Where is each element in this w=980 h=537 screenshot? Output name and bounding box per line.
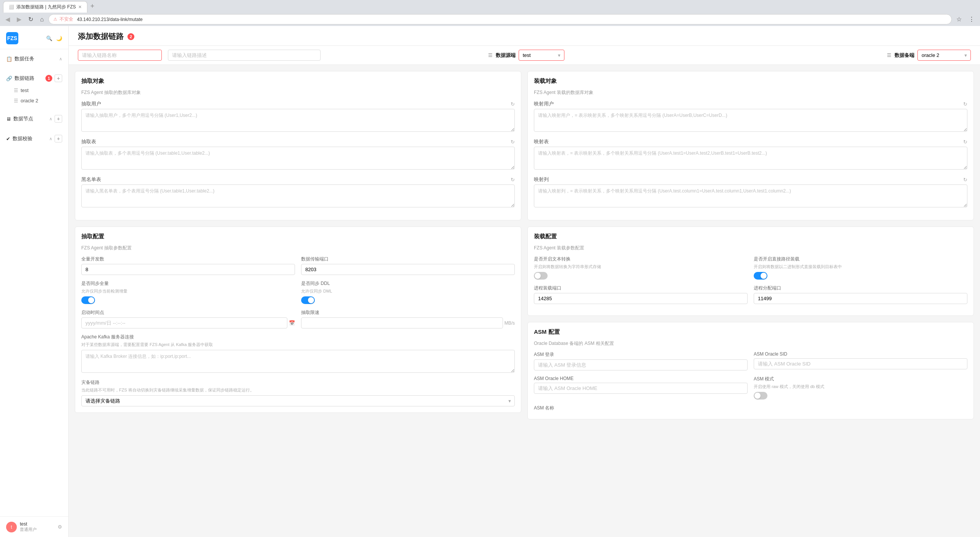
- asm-mode-toggle[interactable]: [754, 392, 767, 400]
- theme-icon[interactable]: 🌙: [56, 36, 62, 41]
- mapping-table-input[interactable]: [534, 147, 967, 170]
- text-convert-field: 是否开启文本转换 开启则将数据转换为字符串形式存储: [534, 256, 748, 280]
- full-sync-toggle[interactable]: [81, 296, 95, 304]
- extract-user-reload-icon[interactable]: ↻: [511, 101, 515, 107]
- mapping-col-input[interactable]: [534, 184, 967, 207]
- load-config-title: 装载配置: [534, 233, 557, 240]
- extract-object-title: 抽取对象: [81, 78, 104, 85]
- extract-table-input[interactable]: [81, 147, 515, 170]
- sidebar-section-data-verify: ✔ 数据校验 ∧ +: [0, 129, 68, 149]
- address-bar[interactable]: ⚠ 不安全 43.140.210.213/data-link/mutate: [48, 14, 952, 24]
- asm-oracle-sid-input[interactable]: [754, 358, 967, 369]
- mapping-user-input[interactable]: [534, 109, 967, 132]
- direct-load-toggle[interactable]: [754, 272, 767, 280]
- extract-table-reload-icon[interactable]: ↻: [511, 139, 515, 145]
- asm-mode-field: ASM 模式 开启使用 raw 模式，关闭使用 db 模式: [754, 376, 967, 400]
- extract-limit-input[interactable]: [301, 317, 503, 328]
- data-link-icon: 🔗: [6, 76, 12, 81]
- data-node-chevron: ∧: [49, 116, 52, 121]
- dest-db-icon: ☰: [887, 52, 891, 58]
- direct-load-field: 是否开启直接路径装载 开启则将数据以二进制形式直接装载到目标表中: [754, 256, 967, 280]
- mapping-user-group: 映射用户 ↻: [534, 100, 967, 133]
- user-role: 普通用户: [20, 527, 37, 532]
- kafka-field: Apache Kafka 服务器连接 对于某些数据库源端，需要配置需要 FZS …: [81, 334, 515, 374]
- full-sync-sub: 允许仅同步当前检测增量: [81, 288, 295, 294]
- data-verify-add-btn[interactable]: +: [55, 135, 62, 142]
- transfer-port-input[interactable]: [301, 264, 515, 275]
- load-object-panel: 装载对象 FZS Agent 装载的数据库对象 映射用户 ↻: [527, 71, 974, 220]
- main-content: 添加数据链路 2 ☰ 数据源端 test ▼ ☰: [69, 26, 980, 537]
- sidebar-item-data-verify[interactable]: ✔ 数据校验 ∧ +: [0, 132, 68, 146]
- data-node-icon: 🖥: [6, 116, 11, 122]
- new-tab-btn[interactable]: +: [87, 0, 98, 13]
- home-btn[interactable]: ⌂: [38, 15, 46, 24]
- blacklist-reload-icon[interactable]: ↻: [511, 177, 515, 183]
- sidebar-sub-oracle2[interactable]: ☰ oracle 2: [0, 95, 68, 106]
- extract-table-group: 抽取表 ↻: [81, 138, 515, 171]
- asm-login-input[interactable]: [534, 359, 748, 370]
- source-db-icon: ☰: [488, 52, 493, 58]
- mapping-table-reload-icon[interactable]: ↻: [963, 139, 967, 145]
- asm-login-field: ASM 登录: [534, 351, 748, 370]
- sidebar-item-data-link[interactable]: 🔗 数据链路 1 +: [0, 71, 68, 85]
- settings-icon[interactable]: ⚙: [58, 524, 62, 530]
- tab-close-icon[interactable]: ✕: [78, 5, 82, 10]
- transfer-port-field: 数据传输端口: [301, 256, 515, 275]
- start-time-field: 启动时间点 📅: [81, 309, 295, 328]
- source-db-select[interactable]: test: [519, 50, 564, 61]
- dest-db-select[interactable]: oracle 2: [917, 50, 971, 61]
- search-icon[interactable]: 🔍: [46, 36, 52, 41]
- transfer-port-label: 数据传输端口: [301, 256, 515, 262]
- active-tab[interactable]: ⬜ 添加数据链路 | 九然同步 FZS ✕: [3, 1, 87, 13]
- full-sync-label: 是否同步全量: [81, 280, 295, 287]
- sidebar-sub-test[interactable]: ☰ test: [0, 85, 68, 95]
- asm-oracle-sid-label: ASM Oracle SID: [754, 351, 967, 357]
- extract-limit-field: 抽取限速 MB/s: [301, 309, 515, 328]
- ddl-sync-toggle[interactable]: [301, 296, 315, 304]
- loader-port-input[interactable]: [534, 293, 748, 304]
- data-link-add-btn[interactable]: +: [55, 74, 62, 82]
- text-convert-toggle[interactable]: [534, 272, 548, 280]
- ddl-sync-sub: 允许仅同步 DML: [301, 288, 515, 294]
- asm-oracle-home-field: ASM Oracle HOME: [534, 376, 748, 400]
- blacklist-input[interactable]: [81, 184, 515, 207]
- back-btn[interactable]: ◀: [3, 15, 12, 24]
- bookmark-btn[interactable]: ☆: [954, 15, 964, 24]
- link-name-input[interactable]: [78, 50, 162, 61]
- mapping-table-group: 映射表 ↻: [534, 138, 967, 171]
- sidebar-section-data-node: 🖥 数据节点 ∧ +: [0, 109, 68, 129]
- direct-load-sub: 开启则将数据以二进制形式直接装载到目标表中: [754, 264, 967, 270]
- forward-btn[interactable]: ▶: [15, 15, 24, 24]
- app-container: FZS 🔍 🌙 📋 数据任务 ∧ 🔗 数据链路: [0, 26, 980, 537]
- sidebar-data-verify-label: 数据校验: [13, 135, 32, 142]
- calendar-icon[interactable]: 📅: [289, 320, 295, 326]
- failover-select[interactable]: 请选择灾备链路: [81, 395, 515, 406]
- menu-btn[interactable]: ⋮: [966, 15, 977, 24]
- sub-test-label: test: [21, 87, 29, 93]
- sidebar-item-data-task[interactable]: 📋 数据任务 ∧: [0, 52, 68, 65]
- extract-config-title: 抽取配置: [81, 233, 104, 240]
- form-top-row: ☰ 数据源端 test ▼ ☰ 数据备端 oracle 2 ▼: [69, 46, 980, 65]
- asm-config-panel: ASM 配置 Oracle Database 备端的 ASM 相关配置 ASM …: [527, 322, 974, 419]
- data-link-badge: 1: [45, 75, 52, 82]
- data-node-add-btn[interactable]: +: [55, 115, 62, 123]
- failover-label: 灾备链路: [81, 379, 515, 386]
- load-config-subtitle: FZS Agent 装载参数配置: [534, 245, 967, 251]
- sidebar-item-data-node[interactable]: 🖥 数据节点 ∧ +: [0, 112, 68, 126]
- full-sync-toggle-knob: [88, 297, 94, 303]
- refresh-btn[interactable]: ↻: [26, 15, 35, 24]
- direct-load-toggle-knob: [761, 273, 767, 279]
- asm-oracle-home-input[interactable]: [534, 383, 748, 394]
- link-desc-input[interactable]: [168, 50, 321, 61]
- dist-port-input[interactable]: [754, 293, 967, 304]
- start-time-input[interactable]: [81, 317, 287, 328]
- avatar: t: [6, 522, 17, 532]
- mapping-col-reload-icon[interactable]: ↻: [963, 177, 967, 183]
- kafka-input[interactable]: [81, 350, 515, 373]
- loader-port-label: 进程装载端口: [534, 285, 748, 291]
- extract-limit-unit: MB/s: [505, 320, 515, 326]
- full-threads-input[interactable]: [81, 264, 295, 275]
- extract-user-input[interactable]: [81, 109, 515, 132]
- browser-chrome: ⬜ 添加数据链路 | 九然同步 FZS ✕ + ◀ ▶ ↻ ⌂ ⚠ 不安全 43…: [0, 0, 980, 26]
- mapping-user-reload-icon[interactable]: ↻: [963, 101, 967, 107]
